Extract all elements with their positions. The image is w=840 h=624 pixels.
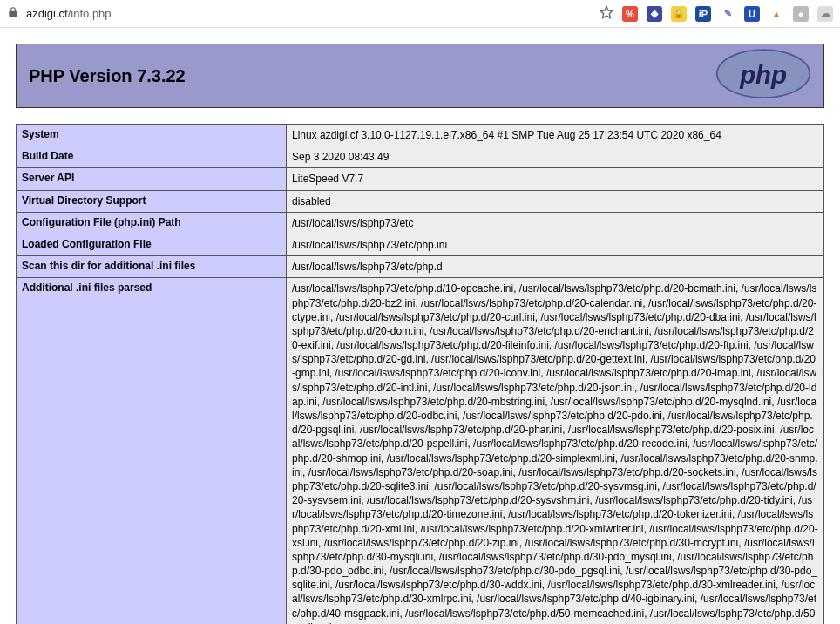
row-key: Scan this dir for additional .ini files <box>17 256 287 278</box>
extension-icon-5[interactable]: U <box>744 6 760 22</box>
page-content: PHP Version 7.3.22 php SystemLinux azdig… <box>0 28 840 624</box>
bookmark-star-icon[interactable] <box>600 5 613 23</box>
row-value: /usr/local/lsws/lsphp73/etc/php.d <box>287 256 824 278</box>
table-row: Build DateSep 3 2020 08:43:49 <box>17 146 824 168</box>
row-key: System <box>17 125 287 146</box>
row-key: Server API <box>17 168 287 190</box>
extension-icon-2[interactable]: 🔒 <box>671 6 687 22</box>
url-path: /info.php <box>68 7 112 20</box>
row-value: LiteSpeed V7.7 <box>287 168 824 190</box>
svg-marker-0 <box>600 6 612 17</box>
table-row: Loaded Configuration File/usr/local/lsws… <box>17 234 824 255</box>
extension-icon-4[interactable]: ✎ <box>720 6 735 22</box>
extension-icon-1[interactable]: ◆ <box>647 6 662 22</box>
url-text[interactable]: azdigi.cf/info.php <box>26 7 600 20</box>
toolbar-right: %◆🔒iP✎U▲●☁ <box>600 5 833 23</box>
table-row: Configuration File (php.ini) Path/usr/lo… <box>17 212 824 234</box>
phpinfo-table: SystemLinux azdigi.cf 3.10.0-1127.19.1.e… <box>16 124 824 624</box>
row-key: Build Date <box>17 146 287 168</box>
table-row: Scan this dir for additional .ini files/… <box>17 256 824 278</box>
lock-icon <box>7 6 26 22</box>
extension-icon-6[interactable]: ▲ <box>769 6 784 22</box>
row-value: disabled <box>287 190 824 212</box>
row-key: Configuration File (php.ini) Path <box>17 212 287 234</box>
row-value: Sep 3 2020 08:43:49 <box>287 146 824 168</box>
table-row: SystemLinux azdigi.cf 3.10.0-1127.19.1.e… <box>17 125 824 146</box>
extension-icon-0[interactable]: % <box>622 6 638 22</box>
table-row: Server APILiteSpeed V7.7 <box>17 168 824 190</box>
row-value: Linux azdigi.cf 3.10.0-1127.19.1.el7.x86… <box>287 125 824 146</box>
row-key: Loaded Configuration File <box>17 234 287 255</box>
row-value: /usr/local/lsws/lsphp73/etc/php.ini <box>287 234 824 255</box>
extension-icon-7[interactable]: ● <box>793 6 809 22</box>
php-logo-icon: php <box>715 48 811 104</box>
phpinfo-header: PHP Version 7.3.22 php <box>16 44 824 108</box>
row-key: Virtual Directory Support <box>17 190 287 212</box>
browser-address-bar: azdigi.cf/info.php %◆🔒iP✎U▲●☁ <box>0 0 840 28</box>
svg-text:php: php <box>739 60 787 89</box>
extension-icons: %◆🔒iP✎U▲●☁ <box>622 6 833 22</box>
extension-icon-3[interactable]: iP <box>695 6 711 22</box>
page-title: PHP Version 7.3.22 <box>29 66 186 86</box>
row-key: Additional .ini files parsed <box>17 278 287 624</box>
extension-icon-8[interactable]: ☁ <box>817 6 833 22</box>
table-row: Virtual Directory Supportdisabled <box>17 190 824 212</box>
row-value: /usr/local/lsws/lsphp73/etc <box>287 212 824 234</box>
row-value: /usr/local/lsws/lsphp73/etc/php.d/10-opc… <box>287 278 824 624</box>
url-host: azdigi.cf <box>26 7 68 20</box>
table-row: Additional .ini files parsed/usr/local/l… <box>17 278 824 624</box>
